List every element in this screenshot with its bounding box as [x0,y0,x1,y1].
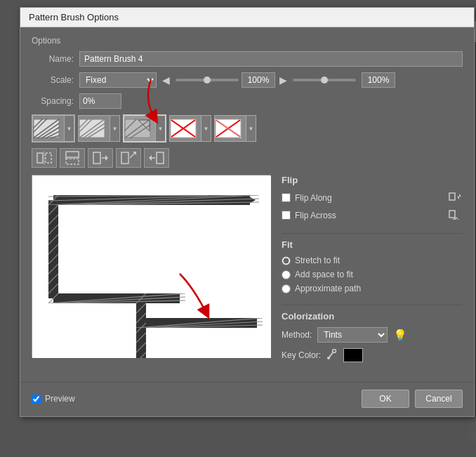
spacing-row: Spacing: [32,93,463,109]
tile-inner-corner[interactable]: ▼ [123,114,166,143]
name-label: Name: [32,54,74,64]
flip-along-row: Flip Along [282,191,463,204]
method-row: Method: None Tints Tints and Shades Hue … [282,327,463,343]
tile-end[interactable]: ▼ [214,115,256,142]
move-right-btn[interactable] [88,148,113,168]
tile-outer-corner[interactable]: ▼ [78,115,120,142]
method-label: Method: [282,330,312,340]
flip-section-title: Flip [282,175,463,185]
tile-side[interactable]: ▼ [32,114,75,143]
scale-slider-container: ◀ ▶ [162,72,463,88]
preview-checkbox[interactable] [32,395,41,404]
preview-label[interactable]: Preview [45,394,75,404]
fit-section-title: Fit [282,239,463,250]
svg-rect-30 [66,159,79,164]
approx-path-radio[interactable] [282,284,291,293]
move-corner-icon [120,150,137,166]
colorization-section-title: Colorization [282,311,463,322]
scale-slider-thumb2[interactable] [321,77,328,84]
svg-rect-83 [449,193,455,200]
right-panel: Flip Flip Along Flip Across [282,175,463,373]
flip-vertical-icon [64,150,81,166]
tile-end-preview [215,119,242,138]
tile-start-preview [170,119,197,138]
flip-horizontal-icon [36,150,53,166]
flip-horizontal-btn[interactable] [32,148,57,168]
svg-rect-38 [157,152,164,164]
preview-svg [32,175,271,358]
options-section-label: Options [32,36,463,46]
preview-inner [32,175,270,357]
method-select[interactable]: None Tints Tints and Shades Hue Shift [317,327,388,343]
preview-canvas [32,175,270,357]
scale-slider-track[interactable] [176,79,239,81]
spacing-label: Spacing: [32,96,74,106]
stretch-fit-radio[interactable] [282,256,291,265]
scale-select[interactable]: Fixed Proportional None [79,72,157,88]
scale-slider-thumb[interactable] [204,77,211,84]
svg-marker-40 [149,155,152,161]
divider-2 [282,305,463,305]
colorization-section: Colorization Method: None Tints Tints an… [282,311,463,362]
tile-start[interactable]: ▼ [169,115,211,142]
scale-max-icon: ▶ [279,74,287,86]
tile-inner-corner-preview [124,119,151,138]
approx-path-row: Approximate path [282,284,463,293]
add-space-label[interactable]: Add space to fit [295,270,353,279]
eyedropper-icon[interactable] [326,349,338,362]
flip-across-label[interactable]: Flip Across [295,211,444,220]
main-content: Flip Flip Along Flip Across [32,175,463,373]
name-row: Name: [32,51,463,67]
tile-inner-corner-dropdown[interactable]: ▼ [155,116,165,141]
svg-rect-35 [121,152,128,164]
add-space-radio[interactable] [282,270,291,279]
svg-rect-26 [37,153,43,163]
dialog-title: Pattern Brush Options [20,8,474,27]
scale-row: Scale: Fixed Proportional None ◀ ▶ [32,72,463,88]
divider-1 [282,233,463,234]
action-buttons-row [32,148,463,168]
pattern-brush-options-dialog: Pattern Brush Options Options Name: Scal… [20,7,475,417]
dialog-body: Options Name: Scale: Fixed Proportional … [20,27,474,382]
move-right-icon [92,150,109,166]
spacing-input[interactable] [79,93,121,109]
flip-across-checkbox[interactable] [282,211,291,220]
scale-percent-input2[interactable] [362,72,395,88]
svg-rect-27 [46,153,51,163]
flip-vertical-btn[interactable] [60,148,85,168]
tile-buttons-row: ▼ ▼ [32,114,463,143]
move-left-btn[interactable] [144,148,169,168]
colorization-info-icon[interactable]: 💡 [393,329,407,342]
tile-side-preview [33,119,60,138]
fit-section: Fit Stretch to fit Add space to fit Appr… [282,239,463,293]
tile-outer-corner-preview [79,119,105,138]
stretch-fit-row: Stretch to fit [282,256,463,265]
preview-row: Preview [32,394,75,404]
flip-along-icon [449,191,463,204]
key-color-swatch[interactable] [343,348,363,362]
flip-along-label[interactable]: Flip Along [295,193,444,203]
svg-marker-34 [105,155,108,161]
stretch-fit-label[interactable]: Stretch to fit [295,256,340,265]
flip-along-checkbox[interactable] [282,193,291,202]
footer-buttons: OK Cancel [362,390,463,408]
flip-section: Flip Flip Along Flip Across [282,175,463,222]
tile-outer-corner-dropdown[interactable]: ▼ [110,116,119,141]
ok-button[interactable]: OK [362,390,409,408]
move-left-icon [148,150,165,166]
flip-across-icon [449,208,463,222]
approx-path-label[interactable]: Approximate path [295,284,361,293]
name-input[interactable] [79,51,463,67]
tile-end-dropdown[interactable]: ▼ [246,116,256,141]
tile-start-dropdown[interactable]: ▼ [201,116,211,141]
dialog-footer: Preview OK Cancel [20,382,474,416]
scale-slider-track2[interactable] [293,79,356,81]
svg-point-90 [327,357,330,359]
svg-rect-32 [93,152,100,164]
scale-percent-input[interactable] [242,72,275,88]
tile-side-dropdown[interactable]: ▼ [64,116,74,141]
scale-label: Scale: [32,75,74,85]
svg-rect-29 [66,152,79,157]
move-corner-btn[interactable] [116,148,141,168]
cancel-button[interactable]: Cancel [415,390,463,408]
